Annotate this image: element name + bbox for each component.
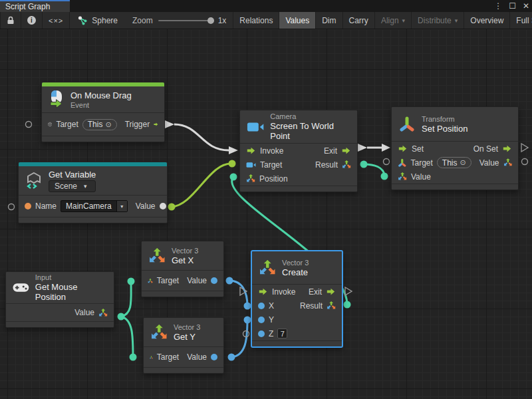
port-onmousedrag-target-empty[interactable]: [26, 122, 32, 128]
vector3-icon[interactable]: [398, 172, 407, 181]
flow-arrow-icon[interactable]: [326, 287, 336, 296]
node-title: On Mouse Drag: [70, 90, 132, 100]
value-port-dot[interactable]: [160, 203, 166, 209]
variable-scope-dropdown[interactable]: Scene ▾: [49, 180, 96, 192]
invoke-port-label: Invoke: [260, 146, 283, 156]
tab-script-graph[interactable]: Script Graph: [0, 0, 70, 12]
node-get-x[interactable]: Vector 3 Get X Target Value: [141, 241, 224, 297]
close-icon[interactable]: ✕: [523, 1, 529, 11]
name-port-dot[interactable]: [25, 203, 31, 209]
set-port-label: Set: [412, 144, 424, 154]
chevron-down-icon: ▾: [455, 17, 458, 24]
node-title: Get Y: [174, 332, 200, 342]
port-gety-value-out[interactable]: [228, 354, 235, 361]
node-get-y[interactable]: Vector 3 Get Y Target Value: [143, 317, 224, 374]
node-create-vector3[interactable]: Vector 3 Create Invoke Exit X Result: [251, 251, 342, 347]
port-getx-target-in[interactable]: [128, 278, 135, 285]
node-screen-to-world-point[interactable]: Camera Screen To World Point Invoke Exit…: [239, 110, 358, 192]
node-get-mouse-position[interactable]: Input Get Mouse Position Value: [5, 271, 114, 328]
vector3-icon[interactable]: [503, 158, 512, 167]
target-object-field[interactable]: This ⊙: [437, 157, 471, 168]
vector3-icon[interactable]: [148, 277, 153, 285]
port-create-result-out[interactable]: [344, 301, 351, 309]
graph-canvas[interactable]: On Mouse Drag Event Target This ⊙ Trigge…: [0, 29, 532, 399]
port-setposition-value-in[interactable]: [381, 173, 388, 180]
graph-name: Sphere: [92, 16, 118, 25]
wire-variable-target[interactable]: [172, 164, 231, 207]
values-button[interactable]: Values: [279, 12, 316, 29]
port-camera-target-in[interactable]: [229, 160, 236, 168]
port-getvariable-value-out[interactable]: [168, 203, 176, 211]
flow-arrow-icon[interactable]: [341, 146, 351, 155]
chevron-down-icon: ▾: [402, 17, 406, 24]
vector3-icon[interactable]: [150, 353, 153, 362]
vector3-icon: [259, 260, 276, 276]
vector3-icon[interactable]: [342, 160, 351, 169]
value-port-dot[interactable]: [211, 277, 217, 284]
graph-selector[interactable]: Sphere: [70, 12, 126, 29]
target-port-label: Target: [260, 160, 282, 170]
flow-arrow-icon[interactable]: [246, 146, 256, 155]
target-object-field[interactable]: This ⊙: [82, 119, 117, 130]
port-create-x-in[interactable]: [244, 303, 251, 310]
z-port-dot[interactable]: [258, 331, 265, 337]
tab-title: Script Graph: [5, 2, 50, 11]
camera-small-icon[interactable]: [246, 162, 256, 168]
value-port-dot[interactable]: [211, 354, 217, 360]
more-icon[interactable]: ⋮: [494, 1, 502, 11]
y-port-label: Y: [269, 315, 274, 325]
zoom-slider[interactable]: [158, 20, 213, 21]
wire-mouse-getx[interactable]: [121, 281, 131, 317]
flow-arrow-icon[interactable]: [502, 144, 512, 153]
result-port-label: Result: [315, 160, 338, 170]
target-port-label: Target: [157, 276, 179, 285]
wire-trigger-start[interactable]: [165, 120, 174, 128]
wire-exit-start[interactable]: [358, 144, 367, 152]
port-camera-position-in[interactable]: [230, 174, 237, 181]
transform-small-icon[interactable]: [398, 158, 406, 168]
vector3-icon[interactable]: [98, 309, 108, 317]
port-setposition-onset-empty[interactable]: [521, 144, 528, 152]
distribute-button[interactable]: Distribute ▾: [412, 12, 464, 29]
inspect-button[interactable]: i: [21, 12, 43, 29]
y-port-dot[interactable]: [258, 317, 265, 323]
align-button[interactable]: Align ▾: [375, 12, 412, 29]
vector3-icon[interactable]: [246, 174, 255, 183]
zoom-slider-handle[interactable]: [207, 17, 214, 24]
port-gety-target-in[interactable]: [130, 354, 137, 361]
port-setposition-target-empty[interactable]: [384, 159, 390, 165]
z-value-field[interactable]: 7: [277, 329, 287, 338]
node-get-variable[interactable]: Get Variable Scene ▾ Name MainCamera ▾ V…: [18, 162, 168, 223]
port-create-y-in[interactable]: [244, 317, 251, 324]
node-set-position[interactable]: Transform Set Position Set On Set Target: [391, 106, 519, 190]
port-camera-result-out[interactable]: [360, 161, 368, 168]
port-getx-value-out[interactable]: [226, 277, 233, 285]
code-preview-button[interactable]: <×>: [43, 12, 70, 29]
wire-exit-end-arrow[interactable]: [382, 144, 390, 152]
variable-name-field[interactable]: MainCamera ▾: [61, 200, 128, 212]
name-port-label: Name: [35, 201, 57, 211]
fullscreen-button[interactable]: Full Screen: [510, 12, 532, 29]
carry-button[interactable]: Carry: [343, 12, 375, 29]
port-create-exit-empty[interactable]: [345, 287, 352, 295]
relations-button[interactable]: Relations: [233, 12, 279, 29]
port-getmouseposition-value-out[interactable]: [118, 313, 125, 321]
maximize-icon[interactable]: ☐: [509, 1, 516, 11]
node-on-mouse-drag[interactable]: On Mouse Drag Event Target This ⊙ Trigge…: [41, 82, 165, 142]
x-port-dot[interactable]: [258, 303, 265, 309]
node-category: Vector 3: [174, 323, 200, 331]
wire-getx-createx[interactable]: [229, 281, 247, 306]
port-getvariable-name-empty[interactable]: [9, 204, 15, 210]
wire-gety-createy[interactable]: [231, 320, 247, 357]
overview-button[interactable]: Overview: [464, 12, 510, 29]
dim-button[interactable]: Dim: [316, 12, 342, 29]
wire-trigger-invoke[interactable]: [174, 124, 229, 150]
wire-mouse-gety[interactable]: [121, 317, 133, 357]
flow-arrow-icon[interactable]: [154, 120, 158, 129]
flow-arrow-icon[interactable]: [398, 144, 408, 153]
lock-button[interactable]: [0, 12, 21, 29]
port-setposition-valueout-empty[interactable]: [522, 159, 528, 165]
vector3-icon[interactable]: [327, 301, 336, 310]
wire-trigger-end-arrow[interactable]: [229, 146, 238, 154]
flow-arrow-icon[interactable]: [258, 287, 268, 296]
